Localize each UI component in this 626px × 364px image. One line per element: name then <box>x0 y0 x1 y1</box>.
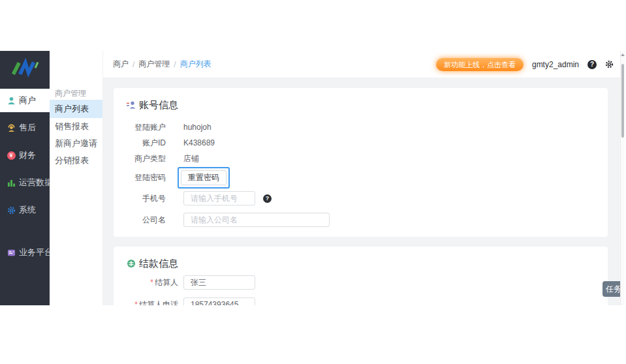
logo-icon <box>7 58 42 79</box>
phone-help-icon[interactable]: ? <box>263 194 272 203</box>
sidebar-item-label: 售后 <box>19 122 36 134</box>
company-input[interactable] <box>183 213 330 227</box>
app-window: 商户 售后 ¥ 财务 运营数据 系统 <box>0 0 626 364</box>
reset-password-focus-ring: 重置密码 <box>178 167 230 189</box>
settler-phone-label: *结算人电话 <box>120 299 178 306</box>
phone-row: 手机号 ? <box>120 190 608 206</box>
phone-input[interactable] <box>183 191 255 205</box>
sidebar-item-operations-data[interactable]: 运营数据 <box>0 171 50 194</box>
required-mark: * <box>150 278 153 287</box>
settler-phone-input[interactable] <box>183 297 255 305</box>
company-row: 公司名 <box>120 212 608 228</box>
scrollbar-up-arrow-icon[interactable] <box>621 53 625 56</box>
system-gear-icon <box>7 205 16 215</box>
vertical-scrollbar[interactable] <box>620 51 625 305</box>
login-account-row: 登陆账户 huhojoh <box>120 119 608 135</box>
help-icon[interactable]: ? <box>587 60 597 69</box>
login-account-value: huhojoh <box>183 123 211 132</box>
settings-gear-icon[interactable] <box>605 60 614 68</box>
after-sales-icon <box>7 123 16 132</box>
settler-phone-row: *结算人电话 <box>120 297 608 305</box>
business-platform-icon <box>7 248 16 257</box>
scrollbar-thumb[interactable] <box>621 64 624 138</box>
sidebar-item-label: 业务平台 <box>19 247 53 258</box>
settlement-info-icon <box>127 259 136 268</box>
phone-label: 手机号 <box>120 193 166 204</box>
company-label: 公司名 <box>120 215 166 226</box>
sidebar-item-label: 商户 <box>19 95 36 106</box>
account-info-card: 账号信息 登陆账户 huhojoh 账户ID K438689 商户类型 店铺 登… <box>114 88 608 237</box>
account-section-title-row: 账号信息 <box>114 88 608 112</box>
reset-password-button[interactable]: 重置密码 <box>181 170 227 185</box>
sidebar-item-merchant[interactable]: 商户 <box>0 89 50 112</box>
login-password-row: 登陆密码 重置密码 <box>120 168 608 187</box>
breadcrumb: 商户 / 商户管理 / 商户列表 <box>113 59 211 70</box>
submenu-header: 商户管理 <box>50 88 102 99</box>
submenu-item-sales-report[interactable]: 销售报表 <box>50 118 102 135</box>
sidebar-item-label: 系统 <box>19 204 36 216</box>
merchant-type-row: 商户类型 店铺 <box>120 151 608 166</box>
settler-input[interactable] <box>183 275 255 290</box>
settler-label: *结算人 <box>120 277 178 288</box>
settler-row: *结算人 <box>120 275 608 290</box>
merchant-type-label: 商户类型 <box>120 153 166 164</box>
secondary-sidebar: 商户管理 商户列表 销售报表 新商户邀请 分销报表 <box>50 51 103 305</box>
settlement-form: *结算人 *结算人电话 <box>114 270 608 305</box>
breadcrumb-separator: / <box>133 60 134 69</box>
breadcrumb-separator: / <box>174 60 176 69</box>
submenu-item-merchant-list[interactable]: 商户列表 <box>50 100 102 118</box>
merchant-type-value: 店铺 <box>183 153 199 164</box>
breadcrumb-merchant-management[interactable]: 商户管理 <box>138 59 170 70</box>
breadcrumb-merchant[interactable]: 商户 <box>113 59 129 70</box>
sidebar-item-business-platform[interactable]: 业务平台 <box>0 241 50 264</box>
account-id-value: K438689 <box>183 138 215 147</box>
submenu-item-new-merchant-invite[interactable]: 新商户邀请 <box>50 135 102 152</box>
account-id-row: 账户ID K438689 <box>120 135 608 151</box>
primary-sidebar: 商户 售后 ¥ 财务 运营数据 系统 <box>0 51 50 305</box>
username[interactable]: gmty2_admin <box>532 60 579 69</box>
app-logo <box>0 51 50 86</box>
sidebar-item-label: 运营数据 <box>19 177 53 189</box>
breadcrumb-merchant-list[interactable]: 商户列表 <box>180 59 211 70</box>
submenu-item-distribution-report[interactable]: 分销报表 <box>50 152 102 169</box>
new-feature-notice-badge[interactable]: 新功能上线，点击查看 <box>436 58 524 71</box>
main-content: 账号信息 登陆账户 huhojoh 账户ID K438689 商户类型 店铺 登… <box>103 78 620 305</box>
settlement-section-title: 结款信息 <box>139 258 178 270</box>
topbar-right: 新功能上线，点击查看 gmty2_admin ? <box>436 58 614 71</box>
account-form: 登陆账户 huhojoh 账户ID K438689 商户类型 店铺 登陆密码 重… <box>114 112 608 228</box>
account-info-icon <box>127 100 136 110</box>
sidebar-item-after-sales[interactable]: 售后 <box>0 116 50 140</box>
operations-data-icon <box>7 178 16 187</box>
settlement-info-card: 结款信息 *结算人 *结算人电话 <box>114 247 608 305</box>
sidebar-item-finance[interactable]: ¥ 财务 <box>0 144 50 167</box>
merchant-icon <box>7 96 16 105</box>
settlement-section-title-row: 结款信息 <box>114 247 608 270</box>
login-password-label: 登陆密码 <box>120 172 166 183</box>
account-section-title: 账号信息 <box>139 99 178 112</box>
sidebar-item-system[interactable]: 系统 <box>0 198 50 222</box>
finance-icon: ¥ <box>7 151 16 160</box>
required-mark: * <box>134 300 138 306</box>
login-account-label: 登陆账户 <box>120 122 166 133</box>
topbar: 商户 / 商户管理 / 商户列表 新功能上线，点击查看 gmty2_admin … <box>103 51 620 78</box>
account-id-label: 账户ID <box>120 138 166 149</box>
sidebar-item-label: 财务 <box>19 149 36 161</box>
